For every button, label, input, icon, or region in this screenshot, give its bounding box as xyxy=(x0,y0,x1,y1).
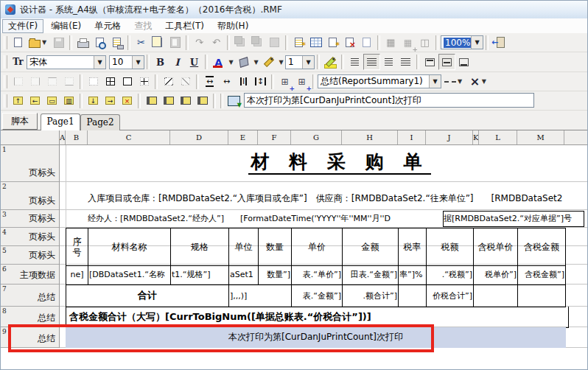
print-preview-button[interactable] xyxy=(91,35,108,51)
tab-page2[interactable]: Page2 xyxy=(80,114,120,130)
column-letter-C[interactable]: C xyxy=(88,130,170,144)
align-right-button[interactable] xyxy=(380,54,397,70)
column-letter-B[interactable]: B xyxy=(66,130,88,144)
col-header-unit[interactable]: 单位 xyxy=(229,228,259,265)
cut-button[interactable]: ✂ xyxy=(133,35,150,51)
total-amount-cell[interactable]: 表.“金额”] xyxy=(292,285,343,307)
doc-number-cell[interactable]: 据[RMDBDataSet2.“对应单据”]号 xyxy=(443,211,584,227)
grid-corner[interactable] xyxy=(1,130,60,144)
fit-row-height-button[interactable]: ↔ xyxy=(201,74,218,90)
print-button[interactable] xyxy=(74,35,91,51)
fit-col-width-button[interactable]: ↔ xyxy=(218,74,235,90)
fill-color-button[interactable] xyxy=(235,54,252,70)
insert-table-button[interactable] xyxy=(307,35,324,51)
detail-cell-amount[interactable]: 田表.“金额”] xyxy=(343,265,399,285)
empty-cell[interactable] xyxy=(518,285,565,307)
detail-cell-price-incl-tax[interactable]: 税单价”] xyxy=(474,265,518,285)
row-header-7[interactable]: 7总结 xyxy=(1,285,59,307)
valign-top-button[interactable] xyxy=(421,54,438,70)
col-header-spec[interactable]: 规格 xyxy=(171,228,229,265)
font-color-button[interactable]: A xyxy=(210,54,227,70)
empty-cell[interactable] xyxy=(399,285,427,307)
open-dropdown-caret[interactable]: ▼ xyxy=(41,35,49,50)
column-letter-E[interactable]: E xyxy=(228,130,258,144)
column-letter-D[interactable]: D xyxy=(170,130,228,144)
insert-cell-down-button[interactable]: ⊞ xyxy=(293,74,310,90)
header-line1-cell[interactable]: 入库项目或仓库：[RMDBDataSet2.“入库项目或仓库”] 供应商：[RM… xyxy=(88,192,587,205)
insert-col-right-button[interactable]: → xyxy=(102,93,119,109)
display-format-button[interactable] xyxy=(225,93,242,109)
line-color-caret[interactable]: ▼ xyxy=(277,55,285,69)
highlight-button[interactable] xyxy=(322,54,339,70)
tab-page1[interactable]: Page1 xyxy=(41,114,80,130)
column-letter-G[interactable]: G xyxy=(291,130,342,144)
insert-col-left-button[interactable]: ← xyxy=(27,93,43,109)
detail-cell-spec[interactable]: t1.“规格”] xyxy=(171,265,229,285)
underline-button[interactable]: U xyxy=(186,54,203,70)
column-letter-K[interactable]: K xyxy=(473,130,479,144)
new-report-button[interactable]: * xyxy=(290,35,307,51)
total-incl-tax-cell[interactable]: 价税合计”] xyxy=(427,285,474,307)
col-header-price[interactable]: 单价 xyxy=(292,228,343,265)
row-header-4[interactable]: 4页标头 xyxy=(1,228,59,246)
col-header-amount-incl-tax[interactable]: 含税金额 xyxy=(518,228,565,265)
col-header-tax[interactable]: 税额 xyxy=(427,228,474,265)
report-title-cell[interactable]: 材 料 采 购 单 xyxy=(97,150,583,174)
border-none-button[interactable] xyxy=(85,74,102,90)
column-letter-F[interactable]: F xyxy=(258,130,291,144)
column-width-button[interactable]: I xyxy=(235,74,252,90)
menu-file[interactable]: 文件(F) xyxy=(2,19,43,33)
valign-middle-button[interactable] xyxy=(438,54,455,70)
copy-button[interactable] xyxy=(150,35,167,51)
border-outer-button[interactable] xyxy=(119,74,136,90)
fill-color-caret[interactable]: ▼ xyxy=(252,55,260,69)
column-letter-A[interactable]: A xyxy=(60,130,66,144)
row-height-button[interactable]: ↕ xyxy=(252,74,269,90)
detail-cell-tax[interactable]: .“税额”] xyxy=(427,265,474,285)
font-size-select[interactable]: 10▼ xyxy=(109,55,144,69)
open-file-button[interactable]: ▼ xyxy=(27,35,50,51)
detail-cell-amount-incl-tax[interactable]: 含税金额”] xyxy=(518,265,565,285)
delete-cells-button[interactable]: × xyxy=(119,93,136,109)
bold-button[interactable]: B xyxy=(152,54,169,70)
insert-cell-up-button[interactable]: ⊞ xyxy=(276,74,293,90)
detail-cell-price[interactable]: 表.“单价”] xyxy=(292,265,343,285)
menu-edit[interactable]: 编辑(E) xyxy=(45,19,87,33)
border-all-button[interactable] xyxy=(102,74,119,90)
page-header-band-button[interactable] xyxy=(143,93,160,109)
band-select[interactable]: 总结(ReportSummary1)▼ xyxy=(318,74,441,88)
menu-cell[interactable]: 单元格 xyxy=(88,19,127,33)
delete-band-button[interactable]: ×▼ xyxy=(466,74,491,90)
line-width-select[interactable]: 1▼ xyxy=(285,55,315,69)
split-cells-button[interactable]: ▥ xyxy=(60,93,77,109)
menu-help[interactable]: 帮助(H) xyxy=(211,19,254,33)
summary-band-button[interactable] xyxy=(194,93,211,109)
align-center-button[interactable] xyxy=(363,54,380,70)
align-justify-button[interactable] xyxy=(397,54,414,70)
data-band-button[interactable] xyxy=(160,93,177,109)
col-header-amount[interactable]: 金额 xyxy=(343,228,399,265)
valign-bottom-button[interactable] xyxy=(455,54,472,70)
empty-cell[interactable] xyxy=(474,285,518,307)
column-letter-I[interactable]: I xyxy=(398,130,426,144)
font-dialog-button[interactable]: Tr xyxy=(10,54,27,70)
col-header-seq[interactable]: 序号 xyxy=(66,228,88,265)
total-tax-cell[interactable]: .额合计”] xyxy=(343,285,399,307)
row-header-6[interactable]: 6主项数据 xyxy=(1,265,59,285)
footer-band-button[interactable] xyxy=(177,93,194,109)
diagonal-down-button[interactable] xyxy=(160,74,177,90)
formula-input[interactable] xyxy=(244,93,534,108)
add-page-button[interactable]: * xyxy=(324,35,341,51)
column-letter-M[interactable]: M xyxy=(517,130,564,144)
blank-page-button[interactable] xyxy=(358,35,375,51)
row-header-3[interactable]: 3页标头 xyxy=(1,210,59,228)
line-style-select[interactable]: ▼ xyxy=(441,74,466,90)
row-header-1[interactable]: 1页标头 xyxy=(1,145,59,182)
detail-cell-unit[interactable]: aSet1 xyxy=(229,265,259,285)
italic-button[interactable]: I xyxy=(169,54,186,70)
menu-toolbars[interactable]: 工具栏(T) xyxy=(159,19,210,33)
delete-page-button[interactable]: × xyxy=(341,35,358,51)
print-setup-button[interactable] xyxy=(108,35,125,51)
column-letter-H[interactable]: H xyxy=(342,130,398,144)
column-letter-J[interactable]: J xyxy=(426,130,473,144)
